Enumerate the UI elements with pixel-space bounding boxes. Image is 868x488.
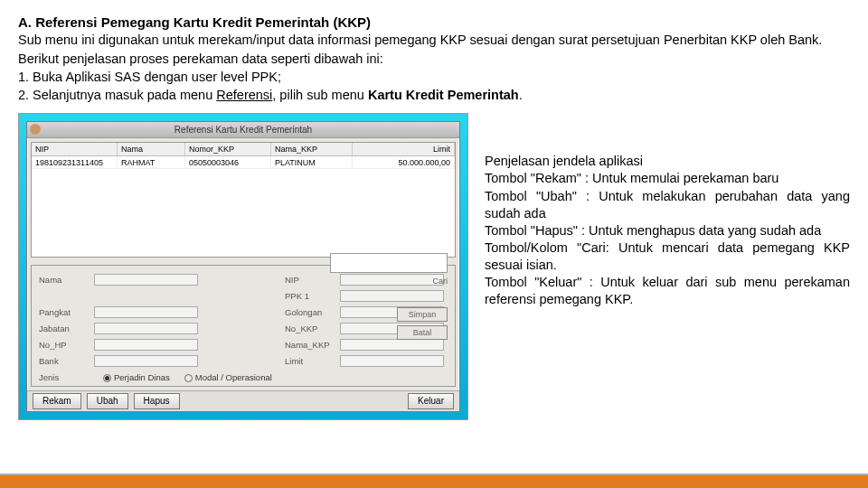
exp-cari: Tombol/Kolom "Cari: Untuk mencari data p… — [485, 239, 850, 274]
radio-icon — [184, 374, 193, 382]
section-heading: A. Referensi Pemegang Kartu Kredit Pemer… — [18, 14, 850, 30]
exp-hapus: Tombol "Hapus" : Untuk menghapus data ya… — [485, 222, 850, 239]
label-nip: NIP — [285, 275, 335, 285]
col-nip: NIP — [32, 143, 118, 155]
rekam-button[interactable]: Rekam — [33, 393, 81, 409]
label-bank: Bank — [39, 356, 89, 366]
hapus-button[interactable]: Hapus — [134, 393, 180, 409]
input-jabatan[interactable] — [94, 323, 198, 334]
batal-button[interactable]: Batal — [397, 325, 448, 340]
radio-perjadin[interactable]: Perjadin Dinas — [103, 372, 170, 382]
screenshot-container: Referensi Kartu Kredit Pemerintah NIP Na… — [18, 113, 468, 420]
table-row[interactable]: 198109231311405 RAHMAT 05050003046 PLATI… — [32, 156, 455, 169]
step2-part-a: 2. Selanjutnya masuk pada menu — [18, 88, 216, 102]
label-golongan: Golongan — [285, 307, 335, 317]
col-nama-kkp: Nama_KKP — [271, 143, 353, 155]
radio-modal-label: Modal / Operasional — [195, 372, 272, 382]
input-nip[interactable] — [340, 274, 444, 286]
step2-menu-ref: Referensi — [216, 88, 272, 102]
cell-nip: 198109231311405 — [32, 156, 118, 169]
label-ppk: PPK 1 — [285, 291, 335, 301]
col-nama: Nama — [118, 143, 185, 155]
window-titlebar: Referensi Kartu Kredit Pemerintah — [27, 122, 459, 138]
intro-text-2: Berikut penjelasan proses perekaman data… — [18, 51, 850, 69]
label-jabatan: Jabatan — [39, 324, 89, 333]
step-2: 2. Selanjutnya masuk pada menu Referensi… — [18, 87, 850, 105]
search-input[interactable] — [330, 253, 448, 273]
radio-perjadin-label: Perjadin Dinas — [114, 372, 170, 382]
exp-heading: Penjelasan jendela aplikasi — [485, 153, 850, 170]
window-title-text: Referensi Kartu Kredit Pemerintah — [175, 125, 312, 135]
input-pangkat[interactable] — [94, 306, 198, 318]
intro-text-1: Sub menu ini digunakan untuk merekam/inp… — [18, 32, 850, 50]
label-nama: Nama — [39, 275, 89, 285]
input-ppk[interactable] — [340, 290, 444, 302]
input-no-hp[interactable] — [94, 339, 198, 351]
radio-icon — [103, 374, 111, 382]
step2-part-d: . — [519, 88, 523, 102]
input-nama[interactable] — [94, 274, 198, 286]
step2-part-b: , pilih sub menu — [272, 88, 368, 102]
input-bank[interactable] — [94, 355, 198, 367]
input-limit[interactable] — [340, 355, 444, 367]
app-window: Referensi Kartu Kredit Pemerintah NIP Na… — [26, 121, 460, 412]
cell-limit: 50.000.000,00 — [353, 156, 455, 169]
radio-modal[interactable]: Modal / Operasional — [184, 372, 272, 382]
input-nama-kkp[interactable] — [340, 339, 444, 351]
cell-nama: RAHMAT — [118, 156, 185, 169]
search-label: Cari — [432, 277, 448, 286]
step2-submenu: Kartu Kredit Pemerintah — [368, 88, 519, 102]
bottom-toolbar: Rekam Ubah Hapus Keluar — [27, 390, 459, 411]
footer-bar — [0, 475, 868, 488]
jenis-row: Jenis Perjadin Dinas Modal / Operasional — [39, 372, 448, 382]
col-limit: Limit — [353, 143, 455, 155]
keluar-button[interactable]: Keluar — [408, 393, 454, 409]
exp-ubah: Tombol "Ubah" : Untuk melakukan perubaha… — [485, 188, 850, 222]
ubah-button[interactable]: Ubah — [87, 393, 128, 409]
label-no-hp: No_HP — [39, 340, 89, 350]
table-header: NIP Nama Nomor_KKP Nama_KKP Limit — [32, 143, 455, 156]
simpan-button[interactable]: Simpan — [397, 307, 448, 322]
label-jenis: Jenis — [39, 372, 89, 382]
label-nama-kkp: Nama_KKP — [285, 340, 335, 350]
col-nomor-kkp: Nomor_KKP — [185, 143, 271, 155]
explanation-panel: Penjelasan jendela aplikasi Tombol "Reka… — [485, 113, 850, 420]
data-table: NIP Nama Nomor_KKP Nama_KKP Limit 198109… — [31, 142, 456, 258]
form-panel: Cari NamaNIP PPK 1 PangkatGolongan Jabat… — [31, 265, 456, 387]
exp-rekam: Tombol "Rekam" : Untuk memulai perekaman… — [485, 170, 850, 187]
step-1: 1. Buka Aplikasi SAS dengan user level P… — [18, 69, 850, 87]
app-icon — [30, 124, 41, 135]
exp-keluar: Tombol "Keluar" : Untuk keluar dari sub … — [485, 274, 850, 308]
cell-nomor-kkp: 05050003046 — [185, 156, 271, 169]
label-no-kkp: No_KKP — [285, 324, 335, 333]
cell-nama-kkp: PLATINUM — [271, 156, 353, 169]
label-limit: Limit — [285, 356, 335, 366]
label-pangkat: Pangkat — [39, 307, 89, 317]
